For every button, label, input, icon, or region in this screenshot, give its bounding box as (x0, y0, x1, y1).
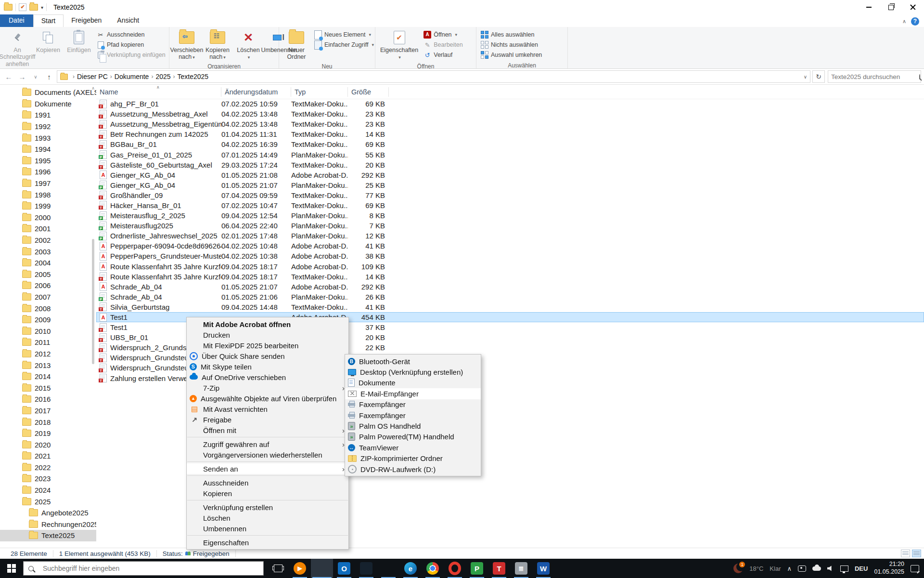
table-row[interactable]: Gienger_KG_Ab_04 01.05.2025 21:08 Adobe … (96, 170, 924, 180)
column-header-type[interactable]: Typ (291, 87, 348, 97)
sidebar-item[interactable]: 2002 (0, 235, 96, 246)
sidebar-item[interactable]: 1998 (0, 189, 96, 200)
sidebar-item[interactable]: 2023 (0, 473, 96, 485)
taskbar-search-input[interactable] (42, 564, 258, 573)
onedrive-icon[interactable] (812, 566, 821, 571)
history-button[interactable]: ↺ Verlauf (422, 51, 464, 59)
keyboard-language[interactable]: DEU (855, 565, 868, 572)
notification-app-icon[interactable]: 1 (733, 564, 743, 573)
menu-item[interactable]: Freigabe › (187, 414, 348, 425)
sidebar-item[interactable]: Rechnungen2025 (0, 519, 96, 530)
edit-button[interactable]: ✎ Bearbeiten (422, 40, 464, 49)
table-row[interactable]: Schrade_Ab_04 01.05.2025 21:06 PlanMaker… (96, 292, 924, 302)
taskbar-app-button[interactable] (444, 559, 466, 578)
sidebar-item[interactable]: 2011 (0, 337, 96, 348)
copy-path-button[interactable]: Pfad kopieren (95, 40, 167, 49)
sidebar-item[interactable]: 2020 (0, 439, 96, 450)
help-icon[interactable]: ? (911, 17, 919, 26)
scroll-up-icon[interactable]: ∧ (91, 86, 95, 91)
refresh-button[interactable]: ↻ (812, 70, 825, 83)
table-row[interactable]: Silvia_Gerburtstag 09.04.2025 14:48 Text… (96, 302, 924, 312)
table-row[interactable]: Gas_Preise_01_01_2025 07.01.2025 14:49 P… (96, 149, 924, 159)
column-header-date[interactable]: Änderungsdatum (221, 87, 291, 97)
table-row[interactable]: Aussetzung_Messbetrag_Eigentümergem... 0… (96, 119, 924, 129)
table-row[interactable]: Häcker_Hansa_Br_01 07.02.2025 10:47 Text… (96, 200, 924, 210)
menu-item[interactable]: Löschen › (187, 512, 348, 523)
invert-selection-button[interactable]: Auswahl umkehren (479, 51, 543, 59)
submenu-item[interactable]: Desktop (Verknüpfung erstellen) (345, 367, 481, 377)
new-folder-button[interactable]: NeuerOrdner (281, 28, 312, 62)
paste-shortcut-button[interactable]: Verknüpfung einfügen (95, 51, 167, 59)
sidebar-item[interactable]: 2017 (0, 405, 96, 417)
menu-item[interactable]: › (187, 500, 348, 500)
weather-desc[interactable]: Klar (770, 565, 781, 572)
sidebar-item[interactable]: 2007 (0, 291, 96, 303)
table-row[interactable]: Schrade_Ab_04 01.05.2025 21:07 Adobe Acr… (96, 282, 924, 292)
breadcrumb-item[interactable]: 2025 (155, 73, 170, 80)
submenu-item[interactable]: E-Mail-Empfänger (345, 388, 481, 399)
sidebar-item[interactable]: 2003 (0, 246, 96, 257)
taskbar-app-button[interactable] (311, 559, 333, 578)
sidebar-item[interactable]: 2024 (0, 485, 96, 496)
table-row[interactable]: Gästeliste_60_Geburtstag_Axel 29.03.2025… (96, 160, 924, 170)
screen-capture-icon[interactable] (798, 565, 806, 572)
submenu-item[interactable]: Dokumente (345, 378, 481, 388)
menu-item[interactable]: Eigenschaften › (187, 537, 348, 548)
search-input[interactable] (828, 73, 919, 80)
taskbar-app-button[interactable]: T (488, 559, 510, 578)
submenu-item[interactable]: Bluetooth-Gerät (345, 356, 481, 367)
easy-access-button[interactable]: Einfacher Zugriff▾ (313, 40, 375, 49)
task-view-button[interactable] (268, 559, 289, 578)
back-button[interactable]: ← (3, 73, 14, 81)
sidebar-item[interactable]: Texte2025 (0, 530, 96, 541)
table-row[interactable]: Aussetzung_Messbetrag_Axel 04.02.2025 13… (96, 109, 924, 119)
menu-item[interactable]: Verknüpfung erstellen › (187, 502, 348, 512)
table-row[interactable]: Meisterausflug2025 06.04.2025 22:40 Plan… (96, 221, 924, 231)
paste-button[interactable]: Einfügen (64, 28, 94, 55)
sidebar-item[interactable]: 1995 (0, 155, 96, 167)
sidebar-item[interactable]: 2015 (0, 382, 96, 394)
sidebar-scrollbar[interactable]: ∧ (91, 85, 95, 548)
menu-item[interactable]: Zugriff gewähren auf › (187, 439, 348, 449)
menu-item[interactable]: › (187, 461, 348, 462)
network-icon[interactable] (840, 565, 848, 572)
breadcrumb[interactable]: › Dieser PC › Dokumente › 2025 › Texte20… (57, 70, 810, 83)
select-none-button[interactable]: Nichts auswählen (479, 40, 543, 49)
sidebar-item[interactable]: 2000 (0, 212, 96, 223)
sidebar-item[interactable]: 2005 (0, 269, 96, 280)
sidebar-item[interactable]: 1997 (0, 178, 96, 189)
sidebar-item[interactable]: 1999 (0, 200, 96, 212)
up-button[interactable]: ↑ (43, 73, 55, 81)
copy-button[interactable]: Kopieren (33, 28, 64, 55)
sidebar-item[interactable]: 2016 (0, 394, 96, 405)
sidebar-item[interactable]: 1991 (0, 109, 96, 121)
menu-item[interactable]: Ausgewählte Objekte auf Viren überprüfen… (187, 393, 348, 404)
taskbar-app-button[interactable]: ▶ (289, 559, 311, 578)
breadcrumb-item[interactable]: Texte2025 (178, 73, 209, 80)
sidebar-item[interactable]: 2018 (0, 416, 96, 428)
breadcrumb-item[interactable]: Dokumente (115, 73, 149, 80)
ribbon-tab[interactable]: Start (33, 14, 64, 27)
menu-item[interactable]: 7-Zip › (187, 382, 348, 393)
submenu-item[interactable]: Faxempfänger (345, 410, 481, 420)
sidebar-item[interactable]: 2006 (0, 280, 96, 291)
thumbnails-view-button[interactable] (912, 550, 921, 557)
menu-item[interactable]: › (187, 475, 348, 476)
menu-item[interactable]: Mit Skype teilen › (187, 361, 348, 372)
tab-datei[interactable]: Datei (0, 14, 33, 27)
sidebar-item[interactable]: 2001 (0, 223, 96, 235)
qat-new-folder-icon[interactable] (29, 4, 38, 11)
sidebar-item[interactable]: 2021 (0, 450, 96, 462)
column-header-size[interactable]: Größe (348, 87, 389, 97)
menu-item[interactable]: Öffnen mit › (187, 425, 348, 435)
sidebar-item[interactable]: Angebote2025 (0, 507, 96, 519)
pin-to-quick-access-button[interactable]: An Schnellzugriff anheften (2, 28, 33, 69)
table-row[interactable]: BGBau_Br_01 04.02.2025 16:39 TextMaker-D… (96, 139, 924, 149)
menu-item[interactable]: Vorgängerversionen wiederherstellen › (187, 449, 348, 460)
taskbar-app-button[interactable] (377, 559, 399, 578)
menu-item[interactable]: Ausschneiden › (187, 477, 348, 488)
menu-item[interactable]: Umbenennen › (187, 523, 348, 534)
minimize-button[interactable] (858, 0, 880, 14)
sidebar-item[interactable]: 2009 (0, 314, 96, 326)
taskbar-search[interactable] (23, 561, 264, 576)
